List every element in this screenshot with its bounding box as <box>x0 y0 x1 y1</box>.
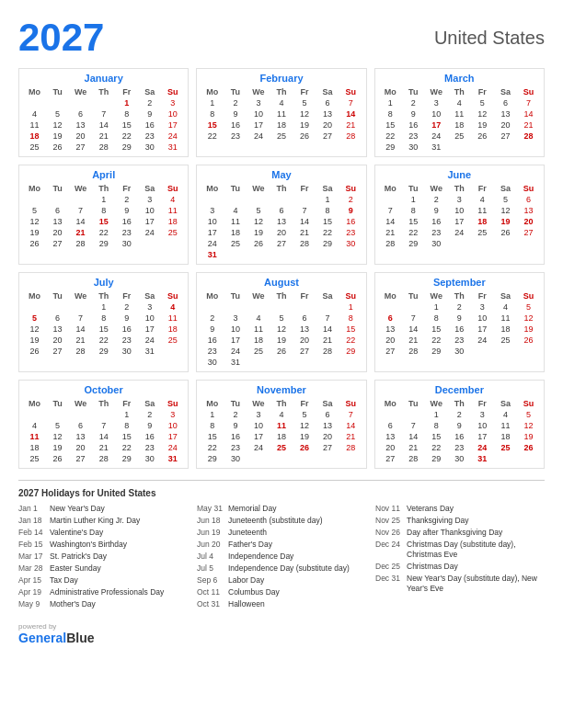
cal-day: 2 <box>138 409 161 420</box>
cal-day: 15 <box>115 431 138 442</box>
cal-day: 9 <box>138 420 161 431</box>
cal-day: 4 <box>161 301 184 313</box>
cal-day: 27 <box>494 131 517 142</box>
cal-day: 3 <box>161 409 184 420</box>
cal-day: 8 <box>115 108 138 119</box>
cal-day: 6 <box>293 313 316 324</box>
cal-day: 24 <box>247 131 270 142</box>
cal-day <box>247 357 270 368</box>
cal-day: 20 <box>494 119 517 131</box>
cal-day: 4 <box>224 205 247 216</box>
cal-day: 2 <box>224 409 247 420</box>
day-header: Fr <box>115 183 138 194</box>
cal-day: 11 <box>270 108 293 119</box>
powered-by-text: powered by <box>18 622 94 631</box>
holiday-item: Dec 24Christmas Day (substitute day), Ch… <box>375 540 545 560</box>
cal-day: 23 <box>339 227 362 238</box>
cal-day: 17 <box>161 119 184 131</box>
day-header: Th <box>92 398 115 409</box>
holiday-item: Nov 11Veterans Day <box>375 504 545 514</box>
holiday-date: May 31 <box>197 504 224 514</box>
day-header: Sa <box>494 86 517 97</box>
cal-day: 7 <box>517 97 540 108</box>
cal-day: 5 <box>270 313 293 324</box>
cal-day: 28 <box>339 442 362 453</box>
holiday-date: Jul 4 <box>197 552 224 562</box>
day-header: Th <box>448 398 471 409</box>
cal-day: 8 <box>201 420 224 431</box>
cal-day: 19 <box>517 324 540 335</box>
month-title: July <box>23 277 184 288</box>
cal-day: 5 <box>23 205 46 216</box>
cal-day: 27 <box>517 227 540 238</box>
cal-day: 29 <box>316 238 339 249</box>
day-header: Fr <box>471 398 494 409</box>
cal-day: 24 <box>425 131 448 142</box>
day-header: Th <box>92 183 115 194</box>
cal-day <box>23 194 46 205</box>
cal-day: 21 <box>92 442 115 453</box>
cal-day: 15 <box>425 324 448 335</box>
holiday-date: Nov 11 <box>375 504 403 514</box>
day-header: Sa <box>494 183 517 194</box>
cal-day: 16 <box>425 216 448 227</box>
holiday-item: Nov 26Day after Thanksgiving Day <box>375 528 545 538</box>
cal-day: 23 <box>115 227 138 238</box>
holiday-item: Jun 20Father's Day <box>197 540 366 550</box>
cal-day <box>402 301 425 313</box>
cal-day: 18 <box>23 131 46 142</box>
holiday-name: Martin Luther King Jr. Day <box>50 516 140 526</box>
cal-day <box>161 238 184 249</box>
cal-day: 26 <box>517 335 540 346</box>
cal-day <box>494 453 517 464</box>
cal-table: MoTuWeThFrSaSu12345678910111213141516171… <box>23 290 184 357</box>
cal-day <box>494 142 517 153</box>
day-header: Tu <box>224 398 247 409</box>
cal-day: 10 <box>138 313 161 324</box>
cal-day: 12 <box>23 324 46 335</box>
holiday-name: St. Patrick's Day <box>50 552 107 562</box>
day-header: We <box>247 290 270 301</box>
cal-day: 15 <box>92 324 115 335</box>
day-header: Tu <box>402 86 425 97</box>
calendars-grid: JanuaryMoTuWeThFrSaSu1234567891011121314… <box>18 68 545 469</box>
cal-day: 18 <box>494 431 517 442</box>
cal-day: 23 <box>224 442 247 453</box>
holiday-item: Jul 4Independence Day <box>197 552 366 562</box>
day-header: Fr <box>115 398 138 409</box>
cal-day: 18 <box>224 227 247 238</box>
day-header: We <box>425 290 448 301</box>
cal-day: 8 <box>425 420 448 431</box>
day-header: We <box>247 183 270 194</box>
cal-day: 8 <box>339 313 362 324</box>
day-header: Fr <box>293 183 316 194</box>
cal-day: 18 <box>270 431 293 442</box>
cal-day: 15 <box>201 119 224 131</box>
cal-day: 10 <box>138 205 161 216</box>
cal-day: 6 <box>379 420 402 431</box>
cal-day: 6 <box>46 313 69 324</box>
cal-day: 16 <box>224 119 247 131</box>
cal-day: 15 <box>339 324 362 335</box>
cal-day: 9 <box>201 324 224 335</box>
day-header: Fr <box>115 290 138 301</box>
cal-day: 7 <box>379 205 402 216</box>
day-header: Sa <box>316 290 339 301</box>
cal-day: 30 <box>115 346 138 357</box>
holiday-name: Veterans Day <box>407 504 454 514</box>
day-header: We <box>69 290 92 301</box>
day-header: We <box>425 86 448 97</box>
day-header: We <box>247 86 270 97</box>
holiday-name: Thanksgiving Day <box>407 516 469 526</box>
cal-day: 20 <box>46 335 69 346</box>
holiday-item: May 9Mother's Day <box>18 599 188 609</box>
cal-day: 22 <box>115 131 138 142</box>
cal-day: 5 <box>46 420 69 431</box>
cal-day: 20 <box>69 131 92 142</box>
holiday-item: Jun 18Juneteenth (substitute day) <box>197 516 366 526</box>
cal-day <box>270 453 293 464</box>
cal-day: 24 <box>138 227 161 238</box>
cal-day: 4 <box>161 194 184 205</box>
cal-day: 28 <box>402 453 425 464</box>
cal-day: 1 <box>425 301 448 313</box>
